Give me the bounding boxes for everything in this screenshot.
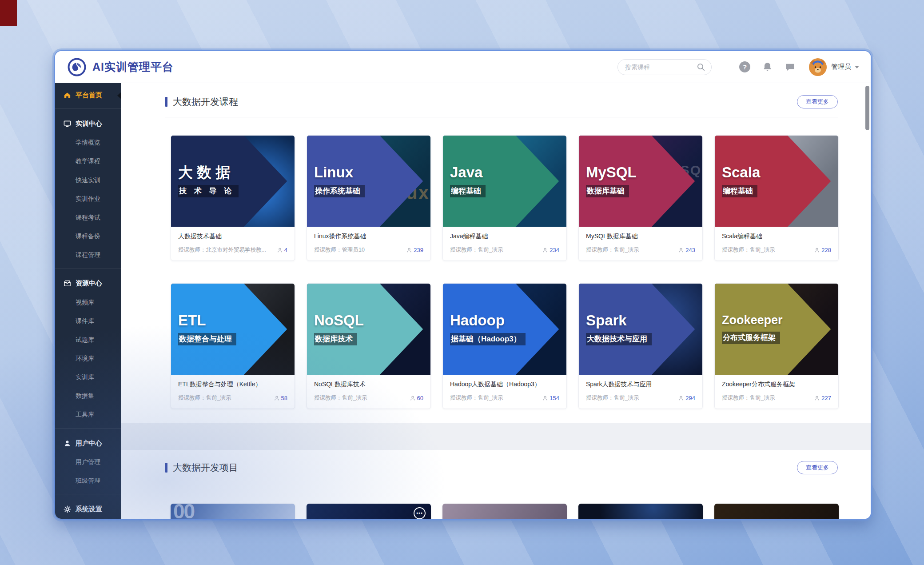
sidebar-item-shujuji[interactable]: 数据集: [55, 387, 121, 405]
app-logo-icon: [68, 58, 86, 76]
sidebar-item-banji[interactable]: 班级管理: [55, 472, 121, 490]
course-card[interactable]: Scala 编程基础 Scala编程基础 授课教师：售前_演示: [714, 135, 839, 261]
sidebar-group-user[interactable]: 用户中心: [55, 434, 121, 453]
sidebar-group-label: 用户中心: [76, 439, 102, 448]
course-card[interactable]: ETL 数据整合与处理 ETL数据整合与处理（Kettle） 授课教师：售前_演…: [171, 283, 295, 409]
sidebar-item-home[interactable]: 平台首页: [55, 86, 121, 105]
project-card[interactable]: 大数据开发案例: [442, 504, 567, 519]
message-bubble-icon[interactable]: [785, 61, 796, 72]
sidebar-item-xueqing[interactable]: 学情概览: [55, 133, 121, 152]
sidebar-item-zuoye[interactable]: 实训作业: [55, 190, 121, 208]
course-card[interactable]: Linux Linux 操作系统基础 Linux操作系统基础 授课教师：管理员1…: [307, 135, 431, 261]
sidebar-item-jiaoxue[interactable]: 教学课程: [55, 152, 121, 171]
course-thumbnail: ETL 数据整合与处理: [171, 284, 295, 375]
course-card[interactable]: MySQ MySQL 数据库基础 MySQL数据库基础 授课教师：售前_演示: [578, 135, 703, 261]
sidebar-item-kuaisu[interactable]: 快速实训: [55, 171, 121, 190]
course-teacher: 授课教师：售前_演示: [586, 394, 678, 402]
sidebar-group-training[interactable]: 实训中心: [55, 114, 121, 133]
view-more-button[interactable]: 查看更多: [797, 95, 838, 108]
project-card[interactable]: 00 大数据开发案例: [171, 504, 295, 519]
course-thumbnail: Hadoop 据基础（Hadoop3）: [443, 284, 566, 375]
student-count: 294: [678, 395, 695, 401]
sidebar-group-settings[interactable]: 系统设置: [55, 500, 121, 519]
person-icon: [410, 396, 415, 401]
course-teacher: 授课教师：售前_演示: [314, 394, 410, 402]
user-avatar[interactable]: [809, 58, 827, 76]
student-count: 154: [542, 395, 559, 401]
notification-bell-icon[interactable]: [762, 61, 773, 72]
sidebar-item-guanli[interactable]: 课程管理: [55, 246, 121, 264]
sidebar-divider: [55, 108, 121, 109]
sidebar-item-yonghu[interactable]: 用户管理: [55, 453, 121, 472]
sidebar-item-beifen[interactable]: 课程备份: [55, 227, 121, 246]
more-dots-icon[interactable]: •••: [414, 507, 426, 519]
sidebar-group-resource[interactable]: 资源中心: [55, 274, 121, 293]
title-accent-bar: [165, 463, 167, 473]
sidebar-item-shitiku[interactable]: 试题库: [55, 331, 121, 349]
sidebar-item-huanjingku[interactable]: 环境库: [55, 349, 121, 368]
section-divider: [165, 117, 838, 117]
course-title: 大数据技术基础: [178, 232, 287, 240]
title-accent-bar: [165, 97, 167, 107]
app-window: AI实训管理平台 ?: [54, 50, 872, 520]
course-title: Linux操作系统基础: [314, 232, 423, 240]
sidebar: 平台首页 实训中心 学情概览 教学课程 快速实训 实训作业: [55, 83, 121, 519]
sidebar-group-label: 系统设置: [76, 505, 102, 513]
sidebar-item-shixunku[interactable]: 实训库: [55, 368, 121, 387]
course-teacher: 授课教师：售前_演示: [722, 394, 814, 402]
course-title: Spark大数据技术与应用: [586, 381, 695, 389]
course-teacher: 授课教师：售前_演示: [586, 246, 678, 254]
vertical-scrollbar[interactable]: [865, 86, 869, 130]
student-count: 239: [406, 247, 423, 253]
person-icon: [274, 396, 279, 401]
course-thumbnail: MySQ MySQL 数据库基础: [579, 136, 702, 227]
project-thumbnail: [578, 504, 703, 519]
course-card[interactable]: Hadoop 据基础（Hadoop3） Hadoop大数据基础（Hadoop3）…: [442, 283, 567, 409]
person-icon: [678, 248, 684, 253]
course-teacher: 授课教师：北京市对外贸易学校教...: [178, 246, 277, 254]
course-thumbnail: Zookeeper 分布式服务框架: [715, 284, 838, 375]
sidebar-item-gongjuku[interactable]: 工具库: [55, 405, 121, 424]
user-icon: [63, 439, 71, 447]
sidebar-item-kaoshi[interactable]: 课程考试: [55, 208, 121, 227]
user-menu-caret-icon[interactable]: [855, 66, 859, 68]
course-card[interactable]: Zookeeper 分布式服务框架 Zookeeper分布式服务框架 授课教师：…: [714, 283, 839, 409]
student-count: 227: [814, 395, 831, 401]
project-thumbnail: [714, 504, 839, 519]
archive-box-icon: [63, 280, 71, 288]
project-thumbnail: [442, 504, 567, 519]
course-card[interactable]: 大 数 据 技 术 导 论 大数据技术基础 授课教师：北京市对外贸易学校教...: [171, 135, 295, 261]
project-card[interactable]: 大数据开发案例: [578, 504, 703, 519]
student-count: 243: [678, 247, 695, 253]
sidebar-divider: [55, 268, 121, 268]
course-card[interactable]: NoSQL 数据库技术 NoSQL数据库技术 授课教师：售前_演示: [307, 283, 431, 409]
course-card[interactable]: Spark 大数据技术与应用 Spark大数据技术与应用 授课教师：售前_演示: [578, 283, 703, 409]
person-icon: [277, 248, 283, 253]
person-icon: [678, 396, 684, 401]
person-icon: [542, 248, 548, 253]
sidebar-item-shipinku[interactable]: 视频库: [55, 293, 121, 312]
top-header: AI实训管理平台 ?: [55, 51, 871, 83]
desktop-corner-red-shape: [0, 0, 17, 26]
course-teacher: 授课教师：管理员10: [314, 246, 406, 254]
course-teacher: 授课教师：售前_演示: [450, 246, 542, 254]
help-icon[interactable]: ?: [739, 61, 750, 72]
sidebar-item-kejianku[interactable]: 课件库: [55, 312, 121, 331]
course-title: Scala编程基础: [722, 232, 831, 240]
course-thumbnail: 大 数 据 技 术 导 论: [171, 136, 295, 227]
sidebar-item-label: 平台首页: [76, 91, 102, 100]
project-card[interactable]: ••• 大数据开发案例: [307, 504, 431, 519]
project-card[interactable]: 大数据开发案例: [714, 504, 839, 519]
view-more-button[interactable]: 查看更多: [797, 461, 838, 474]
course-thumbnail: Linux Linux 操作系统基础: [307, 136, 430, 227]
app-title: AI实训管理平台: [92, 60, 174, 74]
course-card[interactable]: Java 编程基础 Java编程基础 授课教师：售前_演示: [442, 135, 567, 261]
course-row-2: ETL 数据整合与处理 ETL数据整合与处理（Kettle） 授课教师：售前_演…: [121, 283, 871, 409]
search-icon[interactable]: [697, 63, 705, 72]
course-title: ETL数据整合与处理（Kettle）: [178, 381, 287, 389]
person-icon: [814, 248, 820, 253]
project-thumbnail: •••: [307, 504, 431, 519]
person-icon: [814, 396, 820, 401]
desktop-background: AI实训管理平台 ?: [0, 0, 924, 565]
user-name[interactable]: 管理员: [831, 63, 851, 71]
